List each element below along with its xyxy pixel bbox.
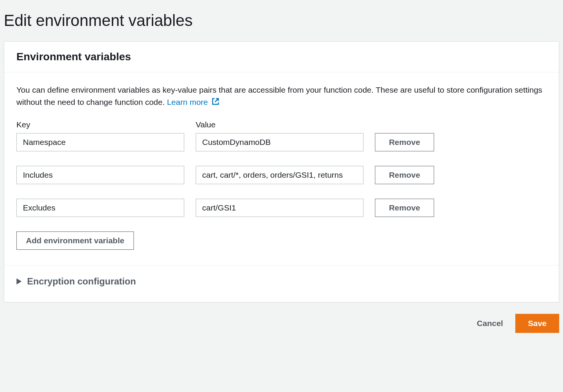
panel-header: Environment variables bbox=[4, 42, 559, 72]
env-value-input[interactable] bbox=[196, 199, 364, 217]
footer-actions: Cancel Save bbox=[4, 314, 559, 333]
caret-right-icon bbox=[16, 278, 22, 284]
remove-button[interactable]: Remove bbox=[375, 199, 434, 217]
column-header-key: Key bbox=[16, 120, 184, 129]
panel-description: You can define environment variables as … bbox=[16, 84, 547, 109]
env-vars-panel: Environment variables You can define env… bbox=[4, 41, 559, 302]
learn-more-link[interactable]: Learn more bbox=[167, 98, 219, 106]
save-button[interactable]: Save bbox=[515, 314, 559, 333]
remove-button[interactable]: Remove bbox=[375, 166, 434, 184]
remove-button[interactable]: Remove bbox=[375, 133, 434, 151]
encryption-config-toggle[interactable]: Encryption configuration bbox=[4, 265, 559, 287]
panel-body: You can define environment variables as … bbox=[4, 72, 559, 302]
learn-more-text: Learn more bbox=[167, 98, 208, 106]
panel-header-title: Environment variables bbox=[16, 51, 547, 63]
page-title: Edit environment variables bbox=[4, 11, 559, 30]
encryption-config-label: Encryption configuration bbox=[27, 276, 136, 287]
env-key-input[interactable] bbox=[16, 199, 184, 217]
column-header-value: Value bbox=[196, 120, 364, 129]
cancel-button[interactable]: Cancel bbox=[474, 315, 506, 332]
add-env-var-button[interactable]: Add environment variable bbox=[16, 231, 134, 250]
description-text: You can define environment variables as … bbox=[16, 85, 542, 106]
external-link-icon bbox=[212, 96, 219, 109]
env-key-input[interactable] bbox=[16, 166, 184, 184]
env-value-input[interactable] bbox=[196, 133, 364, 151]
svg-marker-0 bbox=[16, 278, 21, 284]
env-vars-grid: Key Value Remove Remove Remove bbox=[16, 120, 547, 231]
env-value-input[interactable] bbox=[196, 166, 364, 184]
env-key-input[interactable] bbox=[16, 133, 184, 151]
